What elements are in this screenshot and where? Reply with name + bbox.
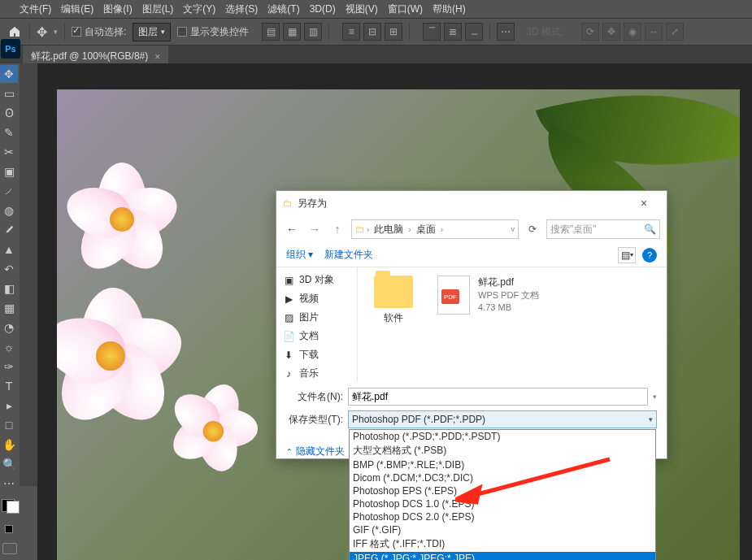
healing-brush-tool[interactable]: ◍ bbox=[0, 202, 18, 219]
savetype-option[interactable]: JPEG (*.JPG;*.JPEG;*.JPE) bbox=[350, 552, 655, 560]
more-icon[interactable]: ⋯ bbox=[497, 23, 515, 41]
align-left-icon[interactable]: ▤ bbox=[262, 23, 280, 41]
menu-file[interactable]: 文件(F) bbox=[20, 2, 51, 16]
close-button[interactable]: × bbox=[628, 197, 660, 210]
align-bottom-icon[interactable]: ⎽ bbox=[465, 23, 483, 41]
auto-select-checkbox[interactable]: 自动选择: bbox=[72, 25, 126, 39]
organize-button[interactable]: 组织 ▾ bbox=[286, 248, 313, 262]
auto-select-target-dropdown[interactable]: 图层 ▾ bbox=[133, 23, 171, 41]
save-as-dialog: 🗀 另存为 × ← → ↑ 🗀 › 此电脑 › 桌面 › v ⟳ 搜索"桌面" … bbox=[276, 190, 667, 459]
distribute-2-icon[interactable]: ⊟ bbox=[363, 23, 381, 41]
3d-slide-icon[interactable]: ↔ bbox=[645, 23, 663, 41]
dodge-tool[interactable]: ☼ bbox=[0, 338, 18, 356]
history-brush-tool[interactable]: ↶ bbox=[0, 260, 18, 278]
move-tool[interactable]: ✥ bbox=[0, 65, 18, 83]
quick-mask-icon[interactable] bbox=[2, 543, 17, 554]
sidebar-item-video[interactable]: ▶视频 bbox=[276, 289, 357, 308]
menu-filter[interactable]: 滤镜(T) bbox=[267, 2, 299, 16]
align-right-icon[interactable]: ▥ bbox=[304, 23, 322, 41]
savetype-option[interactable]: Photoshop DCS 1.0 (*.EPS) bbox=[350, 497, 655, 510]
distribute-3-icon[interactable]: ⊞ bbox=[385, 23, 402, 41]
file-type: WPS PDF 文档 bbox=[478, 289, 539, 302]
color-swatches[interactable] bbox=[0, 494, 20, 519]
savetype-option[interactable]: IFF 格式 (*.IFF;*.TDI) bbox=[350, 536, 655, 552]
crumb-desktop[interactable]: 桌面 bbox=[413, 223, 439, 237]
edit-toolbar-icon[interactable]: ⋯ bbox=[0, 475, 18, 493]
menu-edit[interactable]: 编辑(E) bbox=[61, 2, 93, 16]
distribute-1-icon[interactable]: ≡ bbox=[342, 23, 360, 41]
marquee-tool[interactable]: ▭ bbox=[0, 85, 18, 102]
savetype-option[interactable]: 大型文档格式 (*.PSB) bbox=[350, 443, 655, 458]
lasso-tool[interactable]: ʘ bbox=[0, 104, 18, 122]
type-tool[interactable]: T bbox=[0, 377, 18, 395]
savetype-option[interactable]: Dicom (*.DCM;*.DC3;*.DIC) bbox=[350, 471, 655, 484]
eraser-tool[interactable]: ◧ bbox=[0, 280, 18, 297]
sidebar-item-image[interactable]: ▨图片 bbox=[276, 308, 357, 327]
shape-tool[interactable]: □ bbox=[0, 416, 18, 434]
breadcrumb[interactable]: 🗀 › 此电脑 › 桌面 › v bbox=[351, 219, 519, 239]
crumb-this-pc[interactable]: 此电脑 bbox=[371, 223, 406, 237]
up-button[interactable]: ↑ bbox=[328, 223, 346, 236]
zoom-tool[interactable]: 🔍 bbox=[0, 455, 18, 473]
savetype-option[interactable]: Photoshop DCS 2.0 (*.EPS) bbox=[350, 510, 655, 523]
3d-orbit-icon[interactable]: ⟳ bbox=[581, 23, 599, 41]
align-middle-icon[interactable]: ≣ bbox=[444, 23, 462, 41]
close-icon[interactable]: × bbox=[154, 51, 160, 63]
chevron-down-icon[interactable]: v bbox=[511, 225, 515, 233]
path-select-tool[interactable]: ▸ bbox=[0, 397, 18, 415]
show-transform-checkbox[interactable]: 显示变换控件 bbox=[177, 25, 249, 39]
savetype-option[interactable]: GIF (*.GIF) bbox=[350, 523, 655, 536]
clone-stamp-tool[interactable]: ▲ bbox=[0, 241, 18, 258]
savetype-dropdown-list: Photoshop (*.PSD;*.PDD;*.PSDT)大型文档格式 (*.… bbox=[349, 429, 656, 560]
collapsed-panel-bar[interactable] bbox=[20, 63, 37, 486]
savetype-option[interactable]: Photoshop (*.PSD;*.PDD;*.PSDT) bbox=[350, 430, 655, 443]
menu-image[interactable]: 图像(I) bbox=[103, 2, 132, 16]
menu-layer[interactable]: 图层(L) bbox=[142, 2, 174, 16]
help-icon[interactable]: ? bbox=[642, 248, 657, 263]
folder-item[interactable]: 软件 bbox=[369, 276, 418, 373]
menu-help[interactable]: 帮助(H) bbox=[433, 2, 466, 16]
savetype-dropdown[interactable]: Photoshop PDF (*.PDF;*.PDP) ▾ Photoshop … bbox=[348, 410, 657, 428]
new-folder-button[interactable]: 新建文件夹 bbox=[324, 248, 373, 262]
dialog-content[interactable]: 软件 PDF 鲜花.pdf WPS PDF 文档 4.73 MB bbox=[358, 267, 667, 381]
sidebar-item-cube[interactable]: ▣3D 对象 bbox=[276, 271, 357, 289]
frame-tool[interactable]: ▣ bbox=[0, 163, 18, 180]
default-colors-icon[interactable] bbox=[0, 520, 18, 538]
view-mode-button[interactable]: ▤▾ bbox=[618, 247, 636, 263]
savetype-option[interactable]: Photoshop EPS (*.EPS) bbox=[350, 484, 655, 497]
dropdown-caret-icon[interactable]: ▾ bbox=[54, 28, 58, 36]
savetype-option[interactable]: BMP (*.BMP;*.RLE;*.DIB) bbox=[350, 458, 655, 471]
back-button[interactable]: ← bbox=[283, 223, 301, 236]
crop-tool[interactable]: ✂ bbox=[0, 143, 18, 161]
refresh-button[interactable]: ⟳ bbox=[524, 224, 541, 235]
menu-view[interactable]: 视图(V) bbox=[346, 2, 378, 16]
chevron-down-icon[interactable]: ▾ bbox=[653, 393, 657, 401]
brush-tool[interactable] bbox=[0, 221, 18, 239]
sidebar-item-music[interactable]: ♪音乐 bbox=[276, 364, 357, 381]
hand-tool[interactable]: ✋ bbox=[0, 436, 18, 454]
align-top-icon[interactable]: ⎺ bbox=[423, 23, 441, 41]
3d-scale-icon[interactable]: ⤢ bbox=[666, 23, 684, 41]
3d-pan-icon[interactable]: ✥ bbox=[602, 23, 620, 41]
hide-folders-button[interactable]: ⌄ 隐藏文件夹 bbox=[286, 445, 345, 458]
chevron-right-icon: › bbox=[408, 225, 411, 234]
quick-select-tool[interactable]: ✎ bbox=[0, 124, 18, 141]
align-center-icon[interactable]: ▦ bbox=[283, 23, 301, 41]
3d-roll-icon[interactable]: ◉ bbox=[624, 23, 641, 41]
menu-window[interactable]: 窗口(W) bbox=[388, 2, 423, 16]
gradient-tool[interactable]: ▦ bbox=[0, 299, 18, 317]
background-color-swatch[interactable] bbox=[7, 501, 20, 514]
eyedropper-tool[interactable]: ⟋ bbox=[0, 182, 18, 200]
sidebar-item-doc[interactable]: 📄文档 bbox=[276, 327, 357, 345]
file-item[interactable]: PDF 鲜花.pdf WPS PDF 文档 4.73 MB bbox=[437, 276, 539, 373]
menu-3d[interactable]: 3D(D) bbox=[310, 3, 336, 15]
blur-tool[interactable]: ◔ bbox=[0, 319, 18, 336]
menu-type[interactable]: 文字(Y) bbox=[183, 2, 215, 16]
filename-input[interactable] bbox=[348, 388, 648, 406]
pen-tool[interactable]: ✑ bbox=[0, 358, 18, 376]
menu-select[interactable]: 选择(S) bbox=[225, 2, 258, 16]
forward-button[interactable]: → bbox=[306, 223, 324, 236]
home-icon[interactable] bbox=[7, 24, 23, 40]
search-input[interactable]: 搜索"桌面" 🔍 bbox=[546, 219, 660, 239]
sidebar-item-download[interactable]: ⬇下载 bbox=[276, 345, 357, 364]
